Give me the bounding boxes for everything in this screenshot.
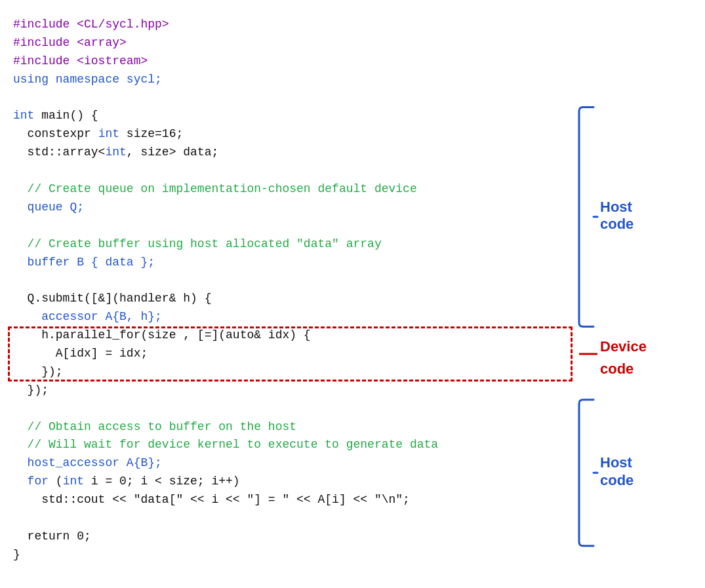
annotations-svg: HostcodeDevicecodeHostcode (574, 16, 685, 559)
code-line-22 (13, 400, 567, 418)
code-area: #include <CL/sycl.hpp>#include <array>#i… (13, 16, 692, 564)
code-line-25: host_accessor A{B}; (13, 454, 567, 473)
code-block: #include <CL/sycl.hpp>#include <array>#i… (13, 16, 567, 564)
code-line-20: }); (13, 363, 567, 382)
code-line-19: A[idx] = idx; (13, 345, 567, 363)
code-line-13: // Create buffer using host allocated "d… (13, 235, 567, 254)
code-line-12 (13, 217, 567, 235)
code-line-9 (13, 162, 567, 180)
code-line-27: std::cout << "data[" << i << "] = " << A… (13, 491, 567, 509)
code-line-10: // Create queue on implementation-chosen… (13, 180, 567, 199)
code-line-4: using namespace sycl; (13, 71, 567, 89)
code-line-2: #include <array> (13, 34, 567, 52)
code-line-3: #include <iostream> (13, 52, 567, 71)
code-line-18: h.parallel_for(size , [=](auto& idx) { (13, 326, 567, 345)
code-line-28 (13, 509, 567, 528)
annotations: HostcodeDevicecodeHostcode (574, 16, 692, 559)
code-line-24: // Will wait for device kernel to execut… (13, 436, 567, 454)
code-line-8: std::array<int, size> data; (13, 144, 567, 162)
code-line-17: accessor A{B, h}; (13, 308, 567, 326)
code-line-16: Q.submit([&](handler& h) { (13, 290, 567, 308)
code-line-21: }); (13, 382, 567, 400)
code-line-5 (13, 89, 567, 108)
code-line-14: buffer B { data }; (13, 254, 567, 272)
code-line-23: // Obtain access to buffer on the host (13, 418, 567, 437)
code-line-6: int main() { (13, 107, 567, 125)
code-line-15 (13, 271, 567, 290)
code-line-26: for (int i = 0; i < size; i++) (13, 473, 567, 491)
code-line-7: constexpr int size=16; (13, 125, 567, 144)
code-line-11: queue Q; (13, 199, 567, 217)
code-line-29: return 0; (13, 528, 567, 546)
code-line-1: #include <CL/sycl.hpp> (13, 16, 567, 34)
code-line-30: } (13, 546, 567, 564)
